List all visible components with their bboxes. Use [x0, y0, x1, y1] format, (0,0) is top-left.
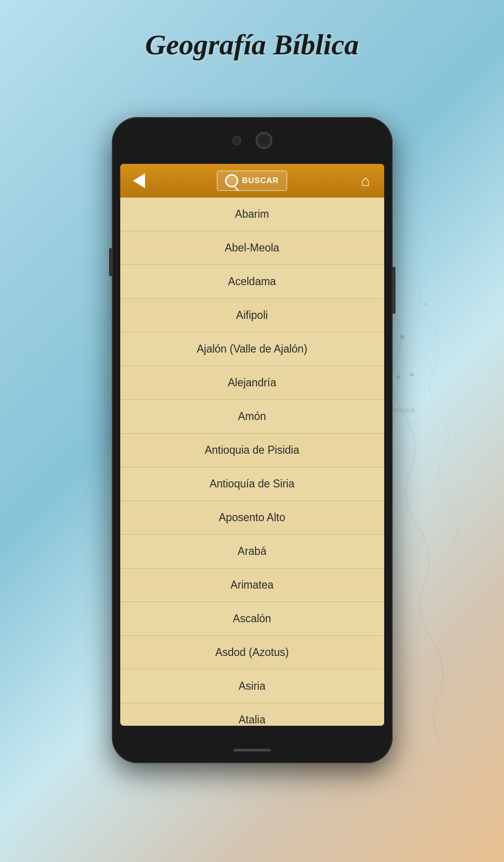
search-icon-handle: [234, 186, 240, 192]
toolbar: BUSCAR ⌂: [120, 164, 384, 198]
back-arrow-icon: [133, 173, 145, 188]
volume-button: [109, 248, 112, 276]
search-label: BUSCAR: [242, 176, 279, 185]
svg-point-1: [410, 373, 414, 376]
phone-home-bar: [234, 749, 271, 751]
search-button[interactable]: BUSCAR: [217, 170, 287, 191]
svg-point-0: [400, 335, 405, 339]
back-button[interactable]: [128, 169, 150, 192]
front-camera-main: [256, 132, 272, 149]
home-button[interactable]: ⌂: [354, 169, 376, 192]
list-item-text: Antioquía de Siria: [210, 478, 295, 490]
list-item[interactable]: Amón: [120, 400, 384, 434]
list-item[interactable]: Aifipoli: [120, 299, 384, 332]
list-item-text: Alejandría: [228, 376, 277, 389]
list-item-text: Atalia: [239, 714, 266, 726]
svg-text:★: ★: [395, 374, 402, 381]
search-icon-circle: [225, 174, 238, 187]
list-item[interactable]: Ascalón: [120, 602, 384, 636]
phone-screen: BUSCAR ⌂ AbarimAbel-MeolaAceldamaAifipol…: [120, 164, 384, 726]
list-item[interactable]: Arabá: [120, 535, 384, 568]
power-button: [393, 267, 395, 314]
list-item-text: Aceldama: [228, 275, 276, 288]
list-item[interactable]: Alejandría: [120, 366, 384, 400]
list-item[interactable]: Asiria: [120, 670, 384, 703]
svg-point-2: [424, 303, 427, 306]
list-container[interactable]: AbarimAbel-MeolaAceldamaAifipoliAjalón (…: [120, 198, 384, 726]
list-item[interactable]: Abel-Meola: [120, 231, 384, 265]
list-item-text: Abel-Meola: [225, 242, 279, 254]
list-item[interactable]: Atalia: [120, 703, 384, 726]
list-item-text: Antioquia de Pisidia: [205, 444, 299, 457]
list-item[interactable]: Arimatea: [120, 568, 384, 602]
phone-body: BUSCAR ⌂ AbarimAbel-MeolaAceldamaAifipol…: [112, 117, 393, 763]
phone-device: BUSCAR ⌂ AbarimAbel-MeolaAceldamaAifipol…: [112, 117, 393, 763]
list-item[interactable]: Aceldama: [120, 265, 384, 299]
app-title: Geografía Bíblica: [0, 28, 504, 61]
list-item[interactable]: Antioquia de Pisidia: [120, 434, 384, 467]
list-item-text: Arabá: [238, 545, 266, 558]
front-camera-small: [232, 136, 241, 145]
list-item-text: Ascalón: [233, 612, 271, 625]
home-icon: ⌂: [361, 172, 370, 190]
list-item-text: Amón: [238, 410, 266, 423]
search-icon: [225, 174, 238, 187]
list-item[interactable]: Aposento Alto: [120, 501, 384, 535]
list-item-text: Ajalón (Valle de Ajalón): [197, 343, 307, 355]
list-item[interactable]: Ajalón (Valle de Ajalón): [120, 332, 384, 366]
phone-top-bar: [205, 126, 299, 155]
list-item-text: Aposento Alto: [219, 511, 285, 524]
svg-text:Marneuli: Marneuli: [393, 407, 415, 413]
list-item-text: Arimatea: [230, 579, 273, 591]
list-item-text: Abarim: [235, 208, 269, 221]
list-item-text: Asdod (Azotus): [215, 646, 289, 659]
list-item[interactable]: Asdod (Azotus): [120, 636, 384, 670]
list-item-text: Aifipoli: [236, 309, 268, 322]
list-item[interactable]: Antioquía de Siria: [120, 467, 384, 501]
list-item[interactable]: Abarim: [120, 198, 384, 231]
list-item-text: Asiria: [239, 680, 266, 693]
